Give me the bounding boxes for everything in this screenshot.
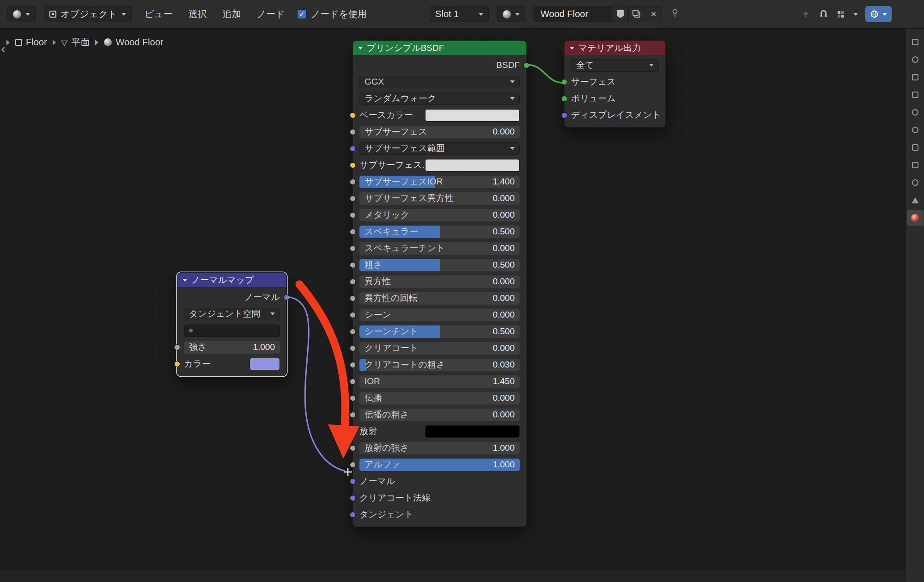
collapse-chevron-icon[interactable]	[358, 47, 363, 49]
shader-node-editor[interactable]: オブジェクト ビュー 選択 追加 ノード ✓ ノードを使用 Slot 1 Woo…	[0, 0, 924, 582]
slider-メタリック[interactable]: メタリック0.000	[359, 209, 520, 221]
slider-異方性[interactable]: 異方性0.000	[359, 276, 520, 288]
collapse-chevron-icon[interactable]	[570, 47, 574, 49]
ディスプレイスメント-socket[interactable]	[561, 112, 567, 118]
menu-add[interactable]: 追加	[223, 8, 241, 20]
menu-node[interactable]: ノード	[257, 8, 285, 20]
node-header-material-output[interactable]: マテリアル出力	[565, 41, 665, 55]
node-material-output[interactable]: マテリアル出力 全てサーフェスボリュームディスプレイスメント	[564, 40, 666, 128]
properties-tab-view-layer[interactable]	[907, 87, 924, 103]
properties-tab-physics[interactable]	[907, 175, 924, 190]
properties-tab-object-data[interactable]	[907, 192, 924, 208]
properties-tab-render[interactable]	[907, 52, 924, 67]
slider-IOR[interactable]: IOR1.450	[359, 375, 520, 388]
ノーマル-socket[interactable]	[350, 478, 356, 484]
ノーマル-socket[interactable]	[284, 294, 290, 300]
material-slot-dropdown[interactable]: Slot 1	[430, 6, 489, 22]
chevron-right-icon[interactable]	[6, 40, 10, 45]
shader-type-dropdown[interactable]: オブジェクト	[44, 6, 132, 22]
伝播-socket[interactable]	[350, 395, 356, 401]
dropdown-全て[interactable]: 全て	[571, 59, 659, 72]
サブサーフェス異方性-socket[interactable]	[350, 196, 356, 202]
dropdown-サブサーフェス範囲[interactable]: サブサーフェス範囲	[359, 142, 520, 155]
dropdown-GGX[interactable]: GGX	[359, 76, 520, 88]
color-swatch-放射[interactable]	[425, 425, 520, 438]
menu-select[interactable]: 選択	[188, 8, 207, 20]
properties-tab-modifiers[interactable]	[907, 157, 924, 173]
node-header-bsdf[interactable]: プリンシプルBSDF	[353, 41, 526, 55]
スペキュラーチント-socket[interactable]	[350, 245, 356, 251]
color-swatch-サブサーフェス...[interactable]	[425, 159, 520, 172]
放射-socket[interactable]	[350, 429, 356, 435]
slider-異方性の回転[interactable]: 異方性の回転0.000	[359, 292, 520, 305]
slider-スペキュラーチント[interactable]: スペキュラーチント0.000	[359, 242, 520, 255]
breadcrumb-object[interactable]: Floor	[15, 37, 47, 48]
クリアコート-socket[interactable]	[350, 345, 356, 351]
color-swatch-カラー[interactable]	[249, 358, 280, 370]
slider-伝播[interactable]: 伝播0.000	[359, 392, 520, 404]
タンジェント-socket[interactable]	[350, 512, 356, 518]
properties-tab-material[interactable]	[907, 210, 924, 226]
browse-material-button[interactable]	[497, 6, 525, 22]
シーンチント-socket[interactable]	[350, 329, 356, 335]
unlink-material-button[interactable]: ×	[645, 6, 662, 22]
properties-tab-object[interactable]	[907, 140, 924, 155]
slider-サブサーフェス異方性[interactable]: サブサーフェス異方性0.000	[359, 192, 520, 205]
クリアコート法線-socket[interactable]	[350, 495, 356, 501]
dropdown-タンジェント空間[interactable]: タンジェント空間	[184, 308, 280, 320]
粗さ-socket[interactable]	[350, 262, 356, 268]
サブサーフェスIOR-socket[interactable]	[350, 179, 356, 185]
slider-サブサーフェスIOR[interactable]: サブサーフェスIOR1.400	[359, 176, 520, 188]
放射の強さ-socket[interactable]	[350, 445, 356, 451]
メタリック-socket[interactable]	[350, 212, 356, 218]
slider-放射の強さ[interactable]: 放射の強さ1.000	[359, 442, 520, 454]
new-material-button[interactable]	[628, 6, 645, 22]
slider-シーン[interactable]: シーン0.000	[359, 309, 520, 321]
dropdown-ランダムウォーク[interactable]: ランダムウォーク	[359, 92, 520, 105]
properties-tab-scene[interactable]	[907, 104, 924, 120]
slider-スペキュラー[interactable]: スペキュラー0.500	[359, 226, 520, 238]
collapse-chevron-icon[interactable]	[182, 279, 187, 282]
slider-強さ[interactable]: 強さ1.000	[184, 341, 280, 354]
overlay-toggle-button[interactable]	[865, 6, 892, 22]
slider-伝播の粗さ[interactable]: 伝播の粗さ0.000	[359, 409, 520, 421]
breadcrumb-material[interactable]: Wood Floor	[104, 37, 163, 48]
伝播の粗さ-socket[interactable]	[350, 412, 356, 418]
スペキュラー-socket[interactable]	[350, 229, 356, 235]
シーン-socket[interactable]	[350, 312, 356, 318]
pin-icon[interactable]	[670, 8, 680, 20]
editor-type-button[interactable]	[7, 6, 36, 22]
カラー-socket[interactable]	[174, 361, 180, 367]
アルファ-socket[interactable]	[350, 462, 356, 468]
use-nodes-checkbox[interactable]: ✓ ノードを使用	[297, 8, 367, 20]
panel-collapse-chevron[interactable]: ‹	[1, 41, 6, 56]
サブサーフェス...-socket[interactable]	[350, 162, 356, 168]
IOR-socket[interactable]	[350, 379, 356, 385]
slider-サブサーフェス[interactable]: サブサーフェス0.000	[359, 126, 520, 138]
強さ-socket[interactable]	[174, 344, 180, 350]
fake-user-button[interactable]	[612, 6, 628, 22]
properties-tab-output[interactable]	[907, 69, 924, 85]
chevron-down-icon[interactable]	[853, 13, 858, 16]
node-principled-bsdf[interactable]: プリンシプルBSDF BSDFGGXランダムウォークベースカラーサブサーフェス0…	[353, 40, 527, 527]
menu-view[interactable]: ビュー	[145, 8, 173, 20]
slider-アルファ[interactable]: アルファ1.000	[359, 459, 520, 471]
slider-シーンチント[interactable]: シーンチント0.500	[359, 325, 520, 338]
properties-tab-world[interactable]	[907, 122, 924, 138]
ベースカラー-socket[interactable]	[350, 112, 356, 118]
color-swatch-ベースカラー[interactable]	[425, 109, 520, 122]
properties-tab-tool[interactable]	[907, 34, 924, 50]
slider-クリアコート[interactable]: クリアコート0.000	[359, 342, 520, 355]
uv-map-field[interactable]	[184, 325, 280, 337]
クリアコートの粗さ-socket[interactable]	[350, 362, 356, 368]
BSDF-socket[interactable]	[523, 62, 529, 68]
breadcrumb-mesh[interactable]: ▽ 平面	[61, 36, 90, 49]
サブサーフェス範囲-socket[interactable]	[350, 146, 356, 152]
ボリューム-socket[interactable]	[561, 96, 567, 102]
snap-settings-icon[interactable]	[836, 9, 846, 19]
material-name-field[interactable]: Wood Floor	[534, 6, 612, 22]
サーフェス-socket[interactable]	[561, 79, 567, 85]
slider-クリアコートの粗さ[interactable]: クリアコートの粗さ0.030	[359, 359, 520, 371]
node-normal-map[interactable]: ノーマルマップ ノーマルタンジェント空間強さ1.000カラー	[177, 272, 287, 376]
異方性-socket[interactable]	[350, 279, 356, 285]
